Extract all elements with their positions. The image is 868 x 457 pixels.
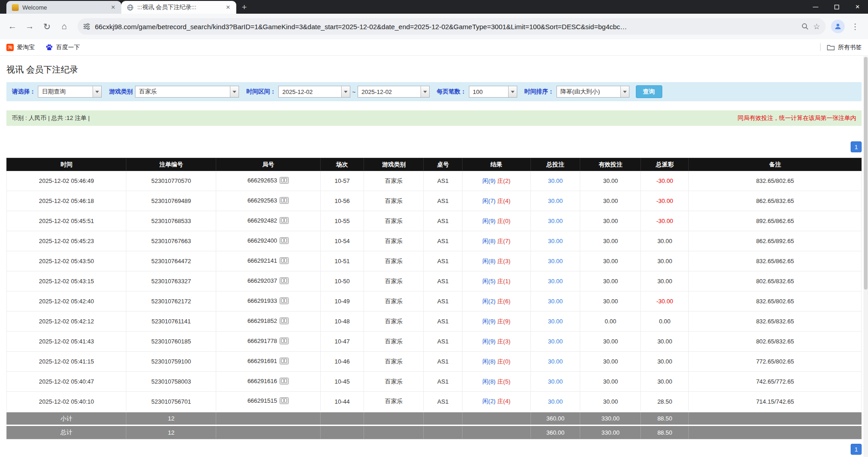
new-tab-button[interactable]: + (236, 1, 252, 14)
cell-bet-id: 523010767663 (126, 231, 216, 251)
page-1-button[interactable]: 1 (851, 141, 862, 152)
cell-bet-id: 523010768533 (126, 211, 216, 231)
page-content: 视讯 会员下注纪录 请选择： 日期查询 游戏类别 百家乐 时间区间： 2025-… (0, 56, 868, 455)
result-banker: 庄(2) (497, 177, 510, 184)
forward-icon[interactable]: → (22, 19, 37, 34)
cell-time: 2025-12-02 05:40:47 (7, 372, 126, 392)
result-banker: 庄(7) (497, 238, 510, 244)
reload-icon[interactable]: ↻ (39, 19, 55, 34)
total-bet-link[interactable]: 30.00 (548, 358, 563, 365)
cell-game-type: 百家乐 (364, 231, 424, 251)
total-bet-link[interactable]: 30.00 (548, 258, 563, 265)
url-text[interactable]: 66cxkj98.com/game/betrecord_search/kind3… (95, 23, 797, 31)
round-result-icon[interactable] (280, 297, 289, 306)
page-scrollbar[interactable] (863, 56, 868, 457)
back-icon[interactable]: ← (5, 19, 20, 34)
tab-welcome[interactable]: Welcome ✕ (6, 1, 121, 14)
date-start-input[interactable]: 2025-12-02 (278, 86, 350, 98)
round-result-icon[interactable] (280, 378, 289, 386)
close-window-button[interactable]: ✕ (847, 0, 868, 14)
game-type-select[interactable]: 百家乐 (135, 86, 239, 98)
chevron-down-icon[interactable] (421, 86, 429, 97)
total-bet-link[interactable]: 30.00 (548, 318, 563, 325)
cell-table-id: AS1 (424, 312, 462, 332)
subtotal-label: 小计 (7, 412, 126, 426)
round-result-icon[interactable] (280, 197, 289, 205)
round-number: 666291515 (247, 397, 277, 404)
round-result-icon[interactable] (280, 237, 289, 245)
url-bar[interactable]: 66cxkj98.com/game/betrecord_search/kind3… (78, 18, 826, 35)
table-header-row: 时间注单编号局号场次游戏类别桌号结果总投注有效投注总派彩备注 (7, 158, 862, 171)
cell-session: 10-56 (320, 191, 364, 211)
notice-text: 同局有效投注，统一计算在该局第一张注单内 (738, 114, 856, 122)
cell-note: 862.65/832.65 (689, 191, 862, 211)
cell-note: 772.65/802.65 (689, 352, 862, 372)
round-result-icon[interactable] (280, 177, 289, 185)
round-result-icon[interactable] (280, 217, 289, 225)
browser-menu-icon[interactable]: ⋮ (847, 22, 863, 31)
total-bet-link[interactable]: 30.00 (548, 298, 563, 305)
cell-result: 闲(7) 庄(4) (462, 191, 530, 211)
cell-payout: 30.00 (641, 352, 689, 372)
round-result-icon[interactable] (280, 277, 289, 286)
total-bet-link[interactable]: 30.00 (548, 378, 563, 385)
zoom-icon[interactable] (801, 23, 809, 30)
profile-avatar[interactable] (831, 20, 845, 33)
result-player: 闲(2) (483, 398, 496, 405)
column-header: 结果 (462, 158, 530, 171)
total-bet-link[interactable]: 30.00 (548, 338, 563, 345)
per-page-select[interactable]: 100 (469, 86, 517, 98)
total-bet-link[interactable]: 30.00 (548, 177, 563, 184)
bet-table-body: 2025-12-02 05:46:49523010770570666292653… (7, 171, 862, 412)
tab-title: Welcome (22, 4, 106, 11)
round-result-icon[interactable] (280, 397, 289, 405)
total-bet-link[interactable]: 30.00 (548, 197, 563, 204)
all-bookmarks-button[interactable]: 所有书签 (827, 43, 862, 52)
result-player: 闲(9) (483, 177, 496, 184)
cell-total-bet: 30.00 (530, 312, 580, 332)
search-button[interactable]: 查询 (636, 85, 662, 98)
cell-table-id: AS1 (424, 291, 462, 312)
filter-bar: 请选择： 日期查询 游戏类别 百家乐 时间区间： 2025-12-02 ~ 20… (6, 82, 862, 101)
table-row: 2025-12-02 05:40:10523010756701666291515… (7, 392, 862, 412)
total-bet-link[interactable]: 30.00 (548, 218, 563, 224)
total-bet-link[interactable]: 30.00 (548, 238, 563, 244)
query-type-select[interactable]: 日期查询 (38, 86, 102, 98)
round-result-icon[interactable] (280, 317, 289, 326)
close-tab-icon[interactable]: ✕ (109, 4, 117, 11)
chevron-down-icon[interactable] (341, 86, 350, 97)
round-result-icon[interactable] (280, 338, 289, 346)
close-tab-icon[interactable]: ✕ (224, 4, 232, 11)
maximize-button[interactable] (826, 0, 847, 14)
cell-total-bet: 30.00 (530, 372, 580, 392)
scrollbar-thumb[interactable] (864, 57, 868, 290)
chevron-down-icon[interactable] (620, 86, 629, 97)
date-end-input[interactable]: 2025-12-02 (358, 86, 430, 98)
page-1-button[interactable]: 1 (851, 444, 862, 455)
cell-total-bet: 30.00 (530, 332, 580, 352)
chevron-down-icon[interactable] (508, 86, 517, 97)
round-number: 666292563 (247, 197, 277, 204)
home-icon[interactable]: ⌂ (57, 19, 72, 34)
minimize-button[interactable]: — (805, 0, 826, 14)
cell-payout: 30.00 (641, 372, 689, 392)
tab-bet-records[interactable]: :::视讯 会员下注纪录::: ✕ (121, 1, 236, 14)
sort-select[interactable]: 降幂(由大到小) (556, 86, 629, 98)
bookmarks-divider (820, 43, 821, 51)
total-bet-link[interactable]: 30.00 (548, 398, 563, 405)
site-settings-icon[interactable] (83, 23, 90, 30)
total-bet-link[interactable]: 30.00 (548, 278, 563, 285)
round-result-icon[interactable] (280, 358, 289, 366)
bookmark-star-icon[interactable]: ☆ (813, 22, 820, 31)
bookmark-baidu[interactable]: 百度一下 (46, 43, 80, 52)
chevron-down-icon[interactable] (230, 86, 239, 97)
table-row: 2025-12-02 05:42:40523010762172666291933… (7, 291, 862, 312)
total-empty-cell (216, 426, 321, 439)
game-type-label: 游戏类别 (109, 88, 133, 96)
bookmark-taobao[interactable]: 淘 爱淘宝 (6, 43, 35, 52)
chevron-down-icon[interactable] (93, 86, 101, 97)
cell-time: 2025-12-02 05:45:51 (7, 211, 126, 231)
round-result-icon[interactable] (280, 257, 289, 265)
bookmark-label: 爱淘宝 (17, 43, 35, 52)
cell-bet-id: 523010764472 (126, 251, 216, 271)
